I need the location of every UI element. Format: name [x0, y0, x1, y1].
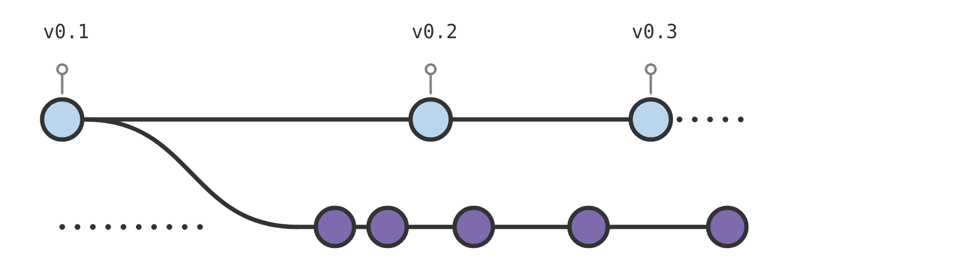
tag-marker: v0.1 — [43, 21, 89, 93]
main-commit-node — [42, 99, 82, 140]
main-commit-node — [631, 99, 671, 140]
svg-point-3 — [426, 64, 435, 74]
feature-commit-node — [569, 208, 608, 246]
feature-commit-node — [708, 208, 746, 246]
tag-label: v0.2 — [412, 21, 457, 43]
main-commit-node — [411, 99, 451, 140]
svg-point-1 — [57, 64, 67, 74]
tag-marker: v0.2 — [412, 21, 457, 93]
svg-point-5 — [646, 64, 656, 74]
feature-commit-node — [368, 208, 407, 246]
feature-commit-node — [316, 208, 354, 246]
feature-commit-node — [455, 208, 493, 246]
git-branch-diagram: v0.1 v0.2 v0.3 — [0, 0, 980, 279]
tag-label: v0.3 — [632, 21, 678, 43]
branch-curve — [86, 119, 297, 227]
tag-label: v0.1 — [43, 21, 89, 43]
tag-marker: v0.3 — [632, 21, 678, 93]
